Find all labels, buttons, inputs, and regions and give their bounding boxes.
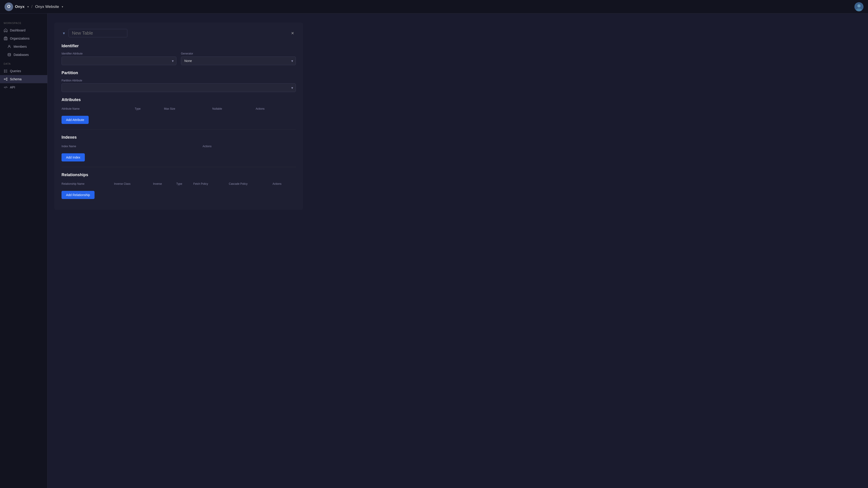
attributes-section: Attributes Attribute Name Type Max Size … bbox=[62, 97, 296, 124]
partition-attribute-label: Partition Attribute bbox=[62, 79, 296, 82]
database-icon bbox=[7, 53, 11, 57]
rel-cascade-col: Cascade Policy bbox=[229, 181, 273, 188]
svg-point-7 bbox=[8, 53, 11, 54]
databases-label: Databases bbox=[13, 53, 29, 57]
queries-label: Queries bbox=[10, 69, 21, 73]
generator-select[interactable]: None UUID Auto-increment bbox=[181, 57, 296, 65]
sidebar: WORKSPACE Dashboard Organizations bbox=[0, 13, 48, 488]
indexes-table: Index Name Actions bbox=[62, 143, 296, 150]
attr-type-col: Type bbox=[135, 106, 164, 113]
idx-name-col: Index Name bbox=[62, 143, 203, 150]
attr-actions-col: Actions bbox=[256, 106, 296, 113]
partition-title: Partition bbox=[62, 70, 296, 75]
add-index-button[interactable]: Add Index bbox=[62, 153, 85, 161]
sidebar-item-schema[interactable]: Schema bbox=[0, 75, 47, 83]
rel-actions-col: Actions bbox=[273, 181, 296, 188]
project-name[interactable]: Onyx Website bbox=[35, 4, 59, 9]
panel-header: ▾ × bbox=[62, 29, 296, 37]
sidebar-item-queries[interactable]: Queries bbox=[0, 67, 47, 75]
workspace-section-label: WORKSPACE bbox=[0, 22, 47, 24]
attr-maxsize-col: Max Size bbox=[164, 106, 212, 113]
identifier-attribute-group: Identifier Attribute bbox=[62, 52, 177, 65]
svg-point-1 bbox=[857, 4, 861, 7]
table-name-input[interactable] bbox=[68, 29, 127, 37]
main-layout: WORKSPACE Dashboard Organizations bbox=[0, 13, 868, 488]
building-icon bbox=[4, 36, 8, 40]
panel-title-area: ▾ bbox=[62, 29, 127, 37]
workspace-dropdown-icon[interactable]: ▾ bbox=[27, 5, 29, 8]
svg-point-14 bbox=[4, 79, 5, 80]
relationships-title: Relationships bbox=[62, 173, 296, 177]
sidebar-item-api[interactable]: API bbox=[0, 83, 47, 91]
partition-form-row: Partition Attribute bbox=[62, 79, 296, 92]
workspace-name[interactable]: Onyx bbox=[15, 4, 25, 9]
person-icon bbox=[7, 44, 11, 49]
workspace-avatar[interactable]: O bbox=[4, 2, 13, 11]
relationships-section: Relationships Relationship Name Inverse … bbox=[62, 173, 296, 199]
partition-section: Partition Partition Attribute bbox=[62, 70, 296, 92]
indexes-divider bbox=[62, 167, 296, 167]
partition-attribute-select-wrapper bbox=[62, 84, 296, 92]
rel-type-col: Type bbox=[177, 181, 193, 188]
user-avatar[interactable] bbox=[855, 2, 864, 11]
rel-inverse-class-col: Inverse Class bbox=[114, 181, 153, 188]
identifier-attribute-select[interactable] bbox=[62, 57, 177, 65]
relationships-table: Relationship Name Inverse Class Inverse … bbox=[62, 181, 296, 188]
sidebar-item-dashboard[interactable]: Dashboard bbox=[0, 26, 47, 34]
partition-attribute-select[interactable] bbox=[62, 84, 296, 92]
attributes-header-row: Attribute Name Type Max Size Nullable Ac… bbox=[62, 106, 296, 113]
sidebar-item-members[interactable]: Members bbox=[0, 42, 47, 51]
rel-fetch-col: Fetch Policy bbox=[193, 181, 229, 188]
sidebar-item-organizations[interactable]: Organizations bbox=[0, 34, 47, 42]
identifier-attribute-select-wrapper bbox=[62, 57, 177, 65]
panel: ▾ × Identifier Identifier Attribute bbox=[54, 23, 303, 210]
relationships-header-row: Relationship Name Inverse Class Inverse … bbox=[62, 181, 296, 188]
organizations-label: Organizations bbox=[10, 37, 29, 40]
relationships-table-head: Relationship Name Inverse Class Inverse … bbox=[62, 181, 296, 188]
home-icon bbox=[4, 28, 8, 32]
members-label: Members bbox=[13, 45, 27, 49]
svg-line-17 bbox=[5, 79, 6, 79]
add-relationship-button[interactable]: Add Relationship bbox=[62, 191, 95, 199]
identifier-section: Identifier Identifier Attribute Generato… bbox=[62, 44, 296, 65]
nav-right bbox=[855, 2, 864, 11]
svg-rect-9 bbox=[4, 71, 5, 71]
attributes-table: Attribute Name Type Max Size Nullable Ac… bbox=[62, 106, 296, 113]
generator-select-wrapper: None UUID Auto-increment bbox=[181, 57, 296, 65]
generator-group: Generator None UUID Auto-increment bbox=[181, 52, 296, 65]
rel-inverse-col: Inverse bbox=[153, 181, 177, 188]
attr-name-col: Attribute Name bbox=[62, 106, 135, 113]
project-dropdown-icon[interactable]: ▾ bbox=[62, 5, 63, 8]
generator-label: Generator bbox=[181, 52, 296, 55]
indexes-table-head: Index Name Actions bbox=[62, 143, 296, 150]
attr-nullable-col: Nullable bbox=[212, 106, 256, 113]
svg-line-19 bbox=[5, 86, 6, 88]
indexes-title: Indexes bbox=[62, 135, 296, 140]
svg-rect-4 bbox=[5, 38, 5, 39]
panel-collapse-button[interactable]: ▾ bbox=[62, 30, 66, 36]
nav-separator: / bbox=[31, 4, 33, 9]
data-section-label: DATA bbox=[0, 62, 47, 65]
indexes-header-row: Index Name Actions bbox=[62, 143, 296, 150]
top-nav: O Onyx ▾ / Onyx Website ▾ bbox=[0, 0, 868, 13]
identifier-title: Identifier bbox=[62, 44, 296, 49]
nav-left: O Onyx ▾ / Onyx Website ▾ bbox=[4, 2, 63, 11]
api-icon bbox=[4, 85, 8, 89]
api-label: API bbox=[10, 86, 15, 89]
svg-rect-5 bbox=[6, 38, 6, 39]
list-icon bbox=[4, 69, 8, 73]
svg-rect-8 bbox=[4, 70, 5, 70]
schema-icon bbox=[4, 77, 8, 81]
add-attribute-button[interactable]: Add Attribute bbox=[62, 116, 89, 124]
svg-point-16 bbox=[6, 80, 7, 81]
svg-point-15 bbox=[6, 78, 7, 79]
dashboard-label: Dashboard bbox=[10, 29, 26, 32]
close-button[interactable]: × bbox=[289, 29, 296, 37]
attributes-title: Attributes bbox=[62, 97, 296, 102]
partition-attribute-group: Partition Attribute bbox=[62, 79, 296, 92]
indexes-section: Indexes Index Name Actions Add Index bbox=[62, 135, 296, 161]
content-area: ▾ × Identifier Identifier Attribute bbox=[48, 13, 868, 488]
schema-label: Schema bbox=[10, 77, 22, 81]
sidebar-item-databases[interactable]: Databases bbox=[0, 51, 47, 59]
identifier-attribute-label: Identifier Attribute bbox=[62, 52, 177, 55]
